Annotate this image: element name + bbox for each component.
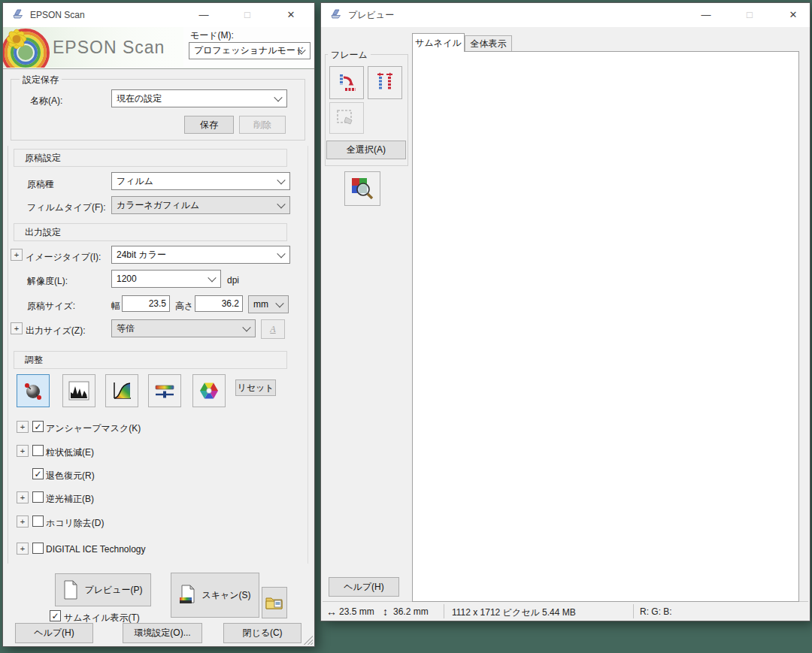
tone-curve-icon xyxy=(111,379,133,402)
scanner-app-icon xyxy=(330,8,342,23)
output-size-value: 等倍 xyxy=(117,322,135,335)
output-size-select[interactable]: 等倍 xyxy=(111,319,256,337)
image-type-label: イメージタイプ(I): xyxy=(26,251,101,264)
chevron-down-icon xyxy=(242,323,250,331)
reset-button[interactable]: リセット xyxy=(235,379,276,396)
thumbnail-toggle-checkbox[interactable]: ✓ xyxy=(50,610,61,621)
scale-letter-button: A xyxy=(261,319,285,339)
height-input[interactable] xyxy=(195,295,243,312)
scan-page-icon xyxy=(179,585,195,606)
settings-area-left-edge xyxy=(8,146,8,564)
status-height: 36.2 mm xyxy=(393,606,429,617)
digital-ice-checkbox[interactable] xyxy=(32,543,44,554)
chevron-down-icon xyxy=(277,200,285,208)
image-type-select[interactable]: 24bit カラー xyxy=(111,246,290,264)
auto-exposure-tool-button[interactable] xyxy=(17,374,50,407)
digital-ice-label: DIGITAL ICE Technology xyxy=(46,544,146,555)
delete-marquee-button xyxy=(329,102,364,134)
help-button[interactable]: ヘルプ(H) xyxy=(15,623,93,643)
preview-statusbar: ↔ 23.5 mm ↕ 36.2 mm 1112 x 1712 ピクセル 5.4… xyxy=(323,601,808,621)
doc-type-label: 原稿種 xyxy=(27,178,54,191)
dust-removal-checkbox[interactable] xyxy=(32,515,44,527)
scanner-app-icon xyxy=(12,8,24,23)
minimize-button[interactable]: — xyxy=(693,3,719,26)
thumbnail-panel xyxy=(412,51,799,602)
histogram-tool-button[interactable] xyxy=(62,374,95,407)
image-adjustment-tool-button[interactable] xyxy=(148,374,181,407)
width-input[interactable] xyxy=(122,295,170,312)
setting-name-select[interactable]: 現在の設定 xyxy=(111,89,287,107)
doc-size-label: 原稿サイズ: xyxy=(27,300,75,313)
dust-removal-expand-button[interactable]: + xyxy=(17,515,29,528)
resolution-select[interactable]: 1200 xyxy=(111,270,221,288)
color-restoration-checkbox[interactable]: ✓ xyxy=(32,468,44,479)
color-restoration-label: 退色復元(R) xyxy=(46,470,95,482)
rotate-left-button[interactable] xyxy=(329,66,364,99)
density-preview-button[interactable] xyxy=(344,171,380,206)
tone-curve-tool-button[interactable] xyxy=(105,374,138,407)
dpi-label: dpi xyxy=(227,275,239,286)
mirror-icon xyxy=(374,71,396,94)
preview-button[interactable]: プレビュー(P) xyxy=(55,573,151,606)
chevron-down-icon xyxy=(275,299,283,307)
chevron-down-icon xyxy=(277,249,285,258)
doc-type-select[interactable]: フィルム xyxy=(111,172,290,190)
setting-name-value: 現在の設定 xyxy=(117,92,162,105)
save-button[interactable]: 保存 xyxy=(184,116,234,134)
close-dialog-button[interactable]: 閉じる(C) xyxy=(223,623,301,643)
backlight-correction-checkbox[interactable] xyxy=(32,491,44,503)
epson-scan-logo-text: EPSON Scan xyxy=(53,38,165,58)
page-icon xyxy=(63,580,78,600)
output-size-expand-button[interactable]: + xyxy=(11,322,23,334)
resize-grip[interactable] xyxy=(304,636,313,645)
unit-select[interactable]: mm xyxy=(248,295,289,313)
height-label: 高さ xyxy=(175,300,193,313)
dust-removal-label: ホコリ除去(D) xyxy=(46,517,105,530)
width-arrow-icon: ↔ xyxy=(326,606,337,618)
preview-help-button[interactable]: ヘルプ(H) xyxy=(329,577,399,597)
close-button[interactable]: ✕ xyxy=(780,3,806,26)
film-type-select[interactable]: カラーネガフィルム xyxy=(111,196,290,214)
output-size-label: 出力サイズ(Z): xyxy=(26,325,86,337)
chevron-down-icon xyxy=(277,176,285,184)
minimize-button[interactable]: — xyxy=(191,3,217,26)
color-palette-tool-button[interactable] xyxy=(192,374,226,407)
unsharp-mask-label: アンシャープマスク(K) xyxy=(46,422,141,435)
unsharp-mask-checkbox[interactable]: ✓ xyxy=(32,421,44,432)
backlight-correction-label: 逆光補正(B) xyxy=(46,493,94,506)
unsharp-mask-expand-button[interactable]: + xyxy=(17,421,29,433)
backlight-correction-expand-button[interactable]: + xyxy=(17,491,29,503)
auto-exposure-icon xyxy=(22,379,44,402)
epson-logo-banner: EPSON Scan モード(M): プロフェッショナルモード xyxy=(3,27,314,69)
width-label: 幅 xyxy=(111,300,120,313)
folder-icon xyxy=(265,595,283,610)
unit-value: mm xyxy=(253,299,268,310)
zoom-colors-icon xyxy=(350,176,375,201)
film-type-label: フィルムタイプ(F): xyxy=(27,201,106,214)
status-separator xyxy=(633,604,634,618)
grain-reduction-checkbox[interactable] xyxy=(32,445,44,456)
resolution-value: 1200 xyxy=(117,274,137,284)
close-button[interactable]: ✕ xyxy=(278,3,304,26)
configuration-button[interactable]: 環境設定(O)... xyxy=(123,623,202,643)
scan-titlebar: EPSON Scan xyxy=(3,3,314,27)
window-title: EPSON Scan xyxy=(30,10,85,20)
save-destination-button[interactable] xyxy=(262,587,287,618)
select-all-button[interactable]: 全選択(A) xyxy=(326,141,406,159)
epson-scan-window: EPSON Scan — □ ✕ xyxy=(3,3,314,646)
image-type-value: 24bit カラー xyxy=(117,249,166,262)
image-type-expand-button[interactable]: + xyxy=(11,249,23,261)
status-width: 23.5 mm xyxy=(339,606,374,617)
grain-reduction-expand-button[interactable]: + xyxy=(17,445,29,457)
mode-select[interactable]: プロフェッショナルモード xyxy=(189,42,311,59)
tab-full-view[interactable]: 全体表示 xyxy=(465,35,512,52)
mirror-button[interactable] xyxy=(368,66,402,99)
scan-button[interactable]: スキャン(S) xyxy=(171,573,259,618)
tab-thumbnail[interactable]: サムネイル xyxy=(412,33,465,52)
digital-ice-expand-button[interactable]: + xyxy=(17,543,29,555)
mode-label: モード(M): xyxy=(190,29,234,42)
preview-window: プレビュー — □ ✕ サムネイル 全体表示 フレーム xyxy=(321,3,810,621)
grain-reduction-label: 粒状低減(E) xyxy=(46,446,94,459)
resolution-label: 解像度(L): xyxy=(27,275,68,288)
name-label: 名称(A): xyxy=(30,95,62,107)
